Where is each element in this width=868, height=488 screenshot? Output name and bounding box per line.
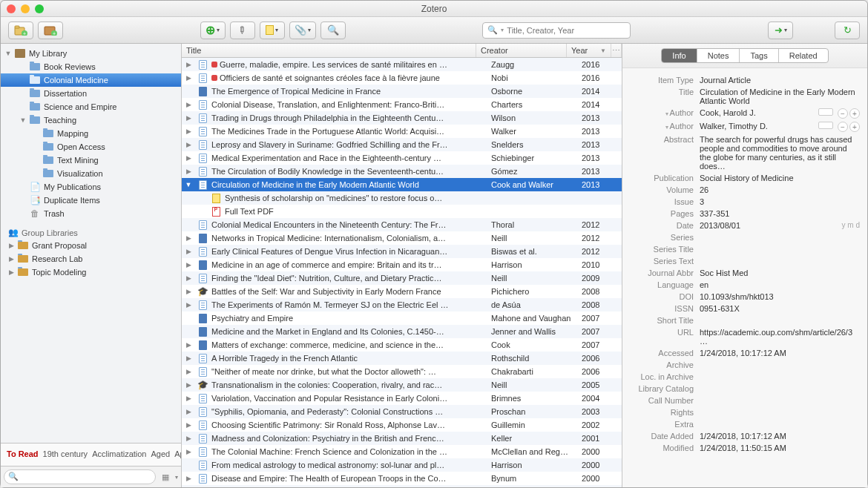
chevron-icon[interactable]: ▶	[182, 448, 195, 455]
field-accessed[interactable]: 1/24/2018, 10:17:12 AM	[700, 349, 860, 357]
field-author-1[interactable]: Cook, Harold J.	[700, 108, 818, 117]
group-research-lab[interactable]: ▶Research Lab	[1, 252, 181, 266]
field-doi[interactable]: 10.1093/shm/hkt013	[700, 292, 860, 301]
search-input[interactable]	[507, 26, 625, 35]
field-abstract[interactable]: The search for powerful drugs has caused…	[700, 135, 860, 171]
table-row[interactable]: ▶Disease and Empire: The Health of Europ…	[182, 472, 622, 485]
field-title[interactable]: Circulation of Medicine in the Early Mod…	[700, 88, 860, 105]
sync-button[interactable]: ↻	[835, 22, 860, 39]
tab-tags[interactable]: Tags	[740, 49, 778, 62]
table-row[interactable]: The Emergence of Tropical Medicine in Fr…	[182, 85, 622, 98]
field-journal-abbr[interactable]: Soc Hist Med	[700, 268, 860, 277]
sidebar-item-trash[interactable]: 🗑Trash	[1, 207, 181, 220]
chevron-down-icon[interactable]: ▼	[4, 50, 13, 57]
group-grant-proposal[interactable]: ▶Grant Proposal	[1, 239, 181, 252]
table-row[interactable]: ▶Matters of exchange: commerce, medicine…	[182, 338, 622, 352]
chevron-icon[interactable]: ▶	[182, 408, 195, 415]
table-row[interactable]: ▶"Syphilis, Opiomania, and Pederasty": C…	[182, 405, 622, 418]
chevron-down-icon[interactable]: ▾	[665, 111, 668, 117]
add-by-identifier-button[interactable]: ✎	[230, 22, 255, 39]
new-item-button[interactable]: ⊕▾	[200, 22, 226, 39]
tag[interactable]: To Read	[7, 449, 39, 458]
creator-type-toggle[interactable]	[818, 108, 833, 116]
table-row[interactable]: Full Text PDF	[182, 205, 622, 218]
table-row[interactable]: ▶Variolation, Vaccination and Popular Re…	[182, 392, 622, 405]
column-picker[interactable]: ⋯	[611, 44, 622, 57]
table-row[interactable]: ▶Leprosy and Slavery in Suriname: Godfri…	[182, 138, 622, 151]
chevron-icon[interactable]: ▼	[19, 116, 27, 124]
chevron-icon[interactable]: ▶	[182, 435, 195, 442]
minimize-icon[interactable]	[21, 4, 30, 13]
field-url[interactable]: https://academic.oup.com/shm/article/26/…	[700, 328, 860, 346]
column-title[interactable]: Title	[182, 44, 476, 57]
close-icon[interactable]	[7, 4, 16, 13]
table-row[interactable]: ▶Trading in Drugs through Philadelphia i…	[182, 111, 622, 125]
field-volume[interactable]: 26	[700, 185, 860, 194]
sidebar-item-colonial-medicine[interactable]: Colonial Medicine	[1, 73, 181, 87]
tag[interactable]: Acclimatization	[92, 449, 146, 458]
tag-menu-button[interactable]: ▾	[175, 474, 178, 481]
table-row[interactable]: Psychiatry and EmpireMahone and Vaughan2…	[182, 311, 622, 325]
group-topic-modeling[interactable]: ▶Topic Modeling	[1, 266, 181, 279]
locate-button[interactable]: ➜▾	[768, 22, 793, 39]
chevron-icon[interactable]: ▶	[182, 141, 195, 148]
table-row[interactable]: ▶Choosing Scientific Patrimony: Sir Rona…	[182, 418, 622, 432]
column-creator[interactable]: Creator	[476, 44, 567, 57]
table-row[interactable]: ▶Finding the "Ideal Diet": Nutrition, Cu…	[182, 271, 622, 285]
creator-type-toggle[interactable]	[818, 122, 833, 129]
sidebar-item-my-publications[interactable]: 📄My Publications	[1, 180, 181, 194]
add-author-button[interactable]: +	[849, 108, 860, 119]
new-collection-button[interactable]: +	[8, 22, 33, 39]
chevron-icon[interactable]: ▶	[182, 288, 195, 295]
chevron-right-icon[interactable]: ▶	[7, 242, 16, 249]
tag[interactable]: 19th century	[43, 449, 88, 458]
chevron-icon[interactable]: ▶	[182, 114, 195, 122]
table-row[interactable]: ▶The Colonial Machine: French Science an…	[182, 445, 622, 458]
chevron-right-icon[interactable]: ▶	[7, 255, 16, 263]
maximize-icon[interactable]	[35, 4, 44, 13]
tag[interactable]: Aged	[151, 449, 170, 458]
tag-view-button[interactable]: ▦	[159, 472, 172, 482]
chevron-icon[interactable]: ▶	[182, 168, 195, 175]
sidebar-item-science-and-empire[interactable]: Science and Empire	[1, 100, 181, 113]
new-library-button[interactable]: +	[38, 22, 63, 39]
field-author-2[interactable]: Walker, Timothy D.	[700, 122, 818, 131]
table-row[interactable]: ▶Medicine in an age of commerce and empi…	[182, 258, 622, 271]
chevron-icon[interactable]: ▶	[182, 355, 195, 362]
column-year[interactable]: Year▼	[567, 44, 611, 57]
chevron-icon[interactable]: ▶	[182, 395, 195, 402]
field-publication[interactable]: Social History of Medicine	[700, 174, 860, 182]
table-row[interactable]: ▶Madness and Colonization: Psychiatry in…	[182, 432, 622, 445]
table-row[interactable]: ▼Circulation of Medicine in the Early Mo…	[182, 178, 622, 191]
table-row[interactable]: ▶🎓Battles of the Self: War and Subjectiv…	[182, 285, 622, 298]
sidebar-item-book-reviews[interactable]: Book Reviews	[1, 60, 181, 73]
chevron-icon[interactable]: ▶	[182, 154, 195, 162]
chevron-icon[interactable]: ▶	[182, 274, 195, 282]
remove-author-button[interactable]: −	[838, 108, 848, 119]
sidebar-item-teaching[interactable]: ▼Teaching	[1, 113, 181, 127]
table-row[interactable]: ▶The Experiments of Ramón M. Termeyer SJ…	[182, 298, 622, 311]
table-row[interactable]: ▶The Circulation of Bodily Knowledge in …	[182, 165, 622, 178]
table-row[interactable]: Medicine and the Market in England and I…	[182, 325, 622, 338]
sidebar-item-visualization[interactable]: Visualization	[1, 167, 181, 180]
attach-button[interactable]: 📎▾	[289, 22, 316, 39]
table-row[interactable]: ▶Early Clinical Features of Dengue Virus…	[182, 245, 622, 258]
tag-filter-input[interactable]	[4, 469, 156, 484]
add-author-button[interactable]: +	[849, 122, 860, 132]
chevron-icon[interactable]: ▶	[182, 421, 195, 429]
field-item-type[interactable]: Journal Article	[700, 76, 860, 85]
field-date[interactable]: 2013/08/01y m d	[700, 221, 860, 230]
remove-author-button[interactable]: −	[838, 122, 848, 132]
chevron-down-icon[interactable]: ▾	[665, 124, 668, 131]
field-issue[interactable]: 3	[700, 197, 860, 206]
sidebar-item-duplicate-items[interactable]: 📑Duplicate Items	[1, 194, 181, 207]
tab-notes[interactable]: Notes	[697, 49, 740, 62]
table-row[interactable]: Colonial Medical Encounters in the Ninet…	[182, 218, 622, 231]
chevron-icon[interactable]: ▶	[182, 368, 195, 375]
chevron-icon[interactable]: ▶	[182, 128, 195, 135]
chevron-icon[interactable]: ▼	[182, 181, 195, 188]
chevron-icon[interactable]: ▶	[182, 475, 195, 482]
chevron-icon[interactable]: ▶	[182, 341, 195, 349]
table-row[interactable]: From medical astrology to medical astron…	[182, 458, 622, 472]
field-issn[interactable]: 0951-631X	[700, 304, 860, 313]
